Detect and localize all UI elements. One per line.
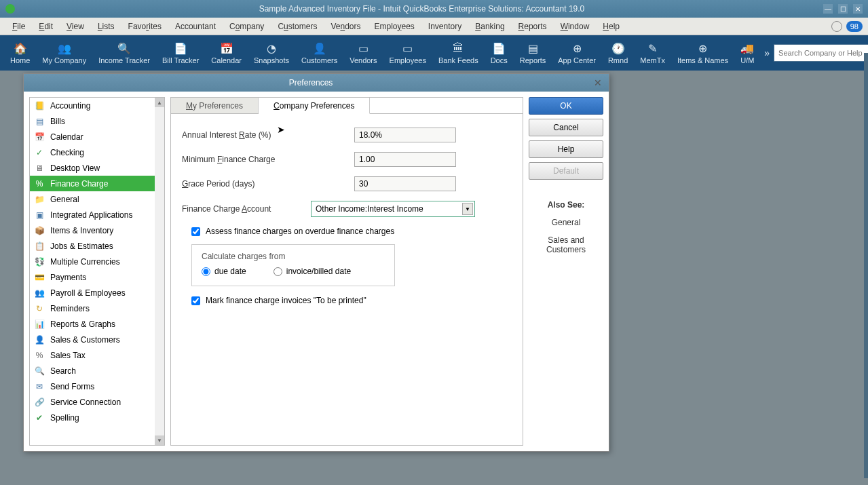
mark-printed-checkbox[interactable] — [191, 296, 200, 305]
sidebar-item-payroll-employees[interactable]: 👥Payroll & Employees — [30, 285, 155, 300]
sidebar-icon: 📋 — [33, 241, 46, 252]
sidebar-label: Finance Charge — [50, 179, 108, 189]
annual-rate-input[interactable] — [354, 128, 456, 142]
invoice-date-radio[interactable]: invoice/billed date — [273, 267, 351, 276]
toolbar-customers[interactable]: 👤Customers — [295, 35, 343, 71]
dropdown-arrow-icon[interactable]: ▼ — [462, 203, 473, 215]
menu-file[interactable]: File — [5, 22, 32, 31]
toolbar-label: MemTx — [640, 56, 665, 64]
sidebar-item-general[interactable]: 📁General — [30, 191, 155, 207]
reminders-clock-icon[interactable] — [831, 21, 842, 32]
finance-account-select[interactable]: Other Income:Interest Income ▼ — [311, 201, 475, 217]
menu-view[interactable]: View — [60, 22, 91, 31]
sidebar-label: Accounting — [50, 101, 90, 111]
toolbar-vendors[interactable]: ▭Vendors — [343, 35, 383, 71]
toolbar-reports[interactable]: ▤Reports — [514, 35, 552, 71]
sidebar-item-finance-charge[interactable]: %Finance Charge — [30, 176, 155, 191]
toolbar-label: Employees — [390, 56, 426, 64]
toolbar-app-center[interactable]: ⊕App Center — [552, 35, 602, 71]
sidebar-icon: ✔ — [33, 412, 46, 423]
menu-inventory[interactable]: Inventory — [421, 22, 468, 31]
menu-customers[interactable]: Customers — [271, 22, 324, 31]
help-button[interactable]: Help — [529, 140, 603, 158]
toolbar-my-company[interactable]: 👥My Company — [36, 35, 92, 71]
toolbar-memtx[interactable]: ✎MemTx — [634, 35, 671, 71]
sidebar-item-payments[interactable]: 💳Payments — [30, 269, 155, 285]
sidebar-item-bills[interactable]: ▤Bills — [30, 113, 155, 129]
tab-my-preferences[interactable]: My Preferences — [171, 98, 259, 113]
minimize-button[interactable]: — — [823, 4, 833, 14]
sidebar-item-sales-tax[interactable]: %Sales Tax — [30, 347, 155, 363]
sidebar-item-accounting[interactable]: 📒Accounting — [30, 98, 155, 113]
close-button[interactable]: ✕ — [853, 4, 863, 14]
also-see-section: Also See: General Sales and Customers — [529, 200, 603, 263]
menu-company[interactable]: Company — [223, 22, 271, 31]
toolbar-u-m[interactable]: 🚚U/M — [734, 35, 760, 71]
sidebar-label: Checking — [50, 148, 84, 157]
sidebar-item-search[interactable]: 🔍Search — [30, 363, 155, 379]
maximize-button[interactable]: ☐ — [838, 4, 848, 14]
menu-employees[interactable]: Employees — [367, 22, 421, 31]
sidebar-item-reminders[interactable]: ↻Reminders — [30, 300, 155, 316]
also-see-general[interactable]: General — [529, 218, 603, 227]
sidebar-item-desktop-view[interactable]: 🖥Desktop View — [30, 160, 155, 176]
menu-edit[interactable]: Edit — [32, 22, 60, 31]
also-see-sales[interactable]: Sales and Customers — [529, 235, 603, 254]
scroll-down-arrow[interactable]: ▼ — [155, 435, 164, 445]
toolbar-home[interactable]: 🏠Home — [4, 35, 36, 71]
cancel-button[interactable]: Cancel — [529, 119, 603, 136]
toolbar-label: App Center — [558, 56, 596, 64]
toolbar-calendar[interactable]: 📅Calendar — [205, 35, 248, 71]
menu-reports[interactable]: Reports — [512, 22, 554, 31]
sidebar-icon: 💱 — [33, 256, 46, 267]
grace-period-input[interactable] — [354, 176, 456, 191]
menu-banking[interactable]: Banking — [468, 22, 511, 31]
sidebar-item-send-forms[interactable]: ✉Send Forms — [30, 379, 155, 394]
assess-charges-checkbox[interactable] — [191, 227, 200, 236]
ok-button[interactable]: OK — [529, 97, 603, 115]
menu-help[interactable]: Help — [596, 22, 626, 31]
sidebar-icon: ↻ — [33, 303, 46, 314]
sidebar-item-multiple-currencies[interactable]: 💱Multiple Currencies — [30, 254, 155, 269]
sidebar-item-service-connection[interactable]: 🔗Service Connection — [30, 394, 155, 410]
main-toolbar: 🏠Home👥My Company🔍Income Tracker📄Bill Tra… — [0, 35, 868, 71]
dialog-titlebar: Preferences ✕ — [24, 74, 609, 92]
sidebar-label: General — [50, 195, 79, 204]
reminders-badge[interactable]: 98 — [846, 21, 863, 32]
sidebar-item-checking[interactable]: ✓Checking — [30, 144, 155, 160]
toolbar-bank-feeds[interactable]: 🏛Bank Feeds — [432, 35, 485, 71]
sidebar-item-spelling[interactable]: ✔Spelling — [30, 410, 155, 425]
scroll-up-arrow[interactable]: ▲ — [155, 98, 164, 107]
menu-accountant[interactable]: Accountant — [168, 22, 223, 31]
sidebar-scrollbar[interactable]: ▲ ▼ — [155, 98, 164, 445]
toolbar-label: Vendors — [350, 56, 377, 64]
sidebar-item-integrated-applications[interactable]: ▣Integrated Applications — [30, 207, 155, 222]
tab-company-preferences[interactable]: Company Preferences — [259, 98, 370, 114]
toolbar-docs[interactable]: 📄Docs — [485, 35, 514, 71]
annual-rate-label: Annual Interest Rate (%) — [182, 130, 354, 140]
min-charge-input[interactable] — [354, 152, 456, 167]
toolbar-rmnd[interactable]: 🕐Rmnd — [602, 35, 634, 71]
toolbar-bill-tracker[interactable]: 📄Bill Tracker — [156, 35, 205, 71]
menu-vendors[interactable]: Vendors — [324, 22, 367, 31]
toolbar-overflow-icon[interactable]: » — [760, 47, 774, 58]
toolbar-items-names[interactable]: ⊕Items & Names — [671, 35, 734, 71]
toolbar-snapshots[interactable]: ◔Snapshots — [248, 35, 295, 71]
toolbar-label: Items & Names — [677, 56, 728, 64]
toolbar-label: Docs — [491, 56, 508, 64]
sidebar-item-jobs-estimates[interactable]: 📋Jobs & Estimates — [30, 238, 155, 254]
toolbar-label: Income Tracker — [98, 56, 150, 64]
due-date-radio[interactable]: due date — [202, 267, 246, 276]
search-input[interactable] — [774, 44, 868, 62]
sidebar-item-sales-customers[interactable]: 👤Sales & Customers — [30, 332, 155, 347]
default-button[interactable]: Default — [529, 162, 603, 180]
toolbar-employees[interactable]: ▭Employees — [383, 35, 432, 71]
sidebar-item-calendar[interactable]: 📅Calendar — [30, 129, 155, 144]
menu-window[interactable]: Window — [554, 22, 597, 31]
menu-lists[interactable]: Lists — [91, 22, 121, 31]
sidebar-item-items-inventory[interactable]: 📦Items & Inventory — [30, 222, 155, 238]
menu-favorites[interactable]: Favorites — [121, 22, 168, 31]
sidebar-item-reports-graphs[interactable]: 📊Reports & Graphs — [30, 316, 155, 332]
dialog-close-icon[interactable]: ✕ — [592, 77, 603, 88]
toolbar-income-tracker[interactable]: 🔍Income Tracker — [92, 35, 156, 71]
